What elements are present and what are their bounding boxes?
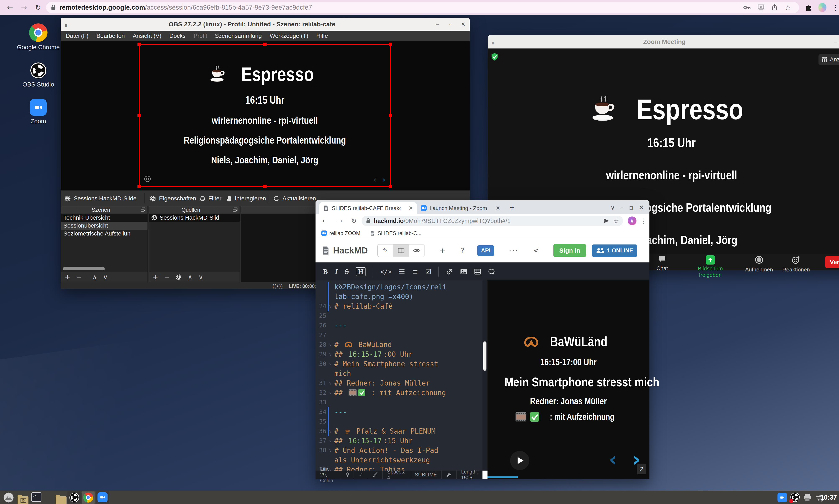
checklist-icon[interactable]: ☑ bbox=[425, 268, 431, 276]
zoom-titlebar[interactable]: ▖ Zoom Meeting – ▫ bbox=[488, 35, 839, 49]
menu-dots-icon[interactable]: ⋮ bbox=[641, 217, 647, 224]
numbered-list-icon[interactable]: ≡ bbox=[412, 268, 418, 276]
tray-printer-icon[interactable] bbox=[803, 493, 812, 502]
online-button[interactable]: 1 ONLINE bbox=[592, 245, 637, 257]
dock-aktualisieren-button[interactable]: Aktualisieren bbox=[273, 191, 316, 206]
tab-zoom-launch[interactable]: Launch Meeting - Zoom ✕ bbox=[417, 202, 504, 214]
tab-hackmd[interactable]: SLIDES relilab-CAFÉ Breakou ✕ bbox=[319, 202, 417, 214]
italic-button[interactable]: I bbox=[335, 268, 338, 276]
slide-prev-icon[interactable]: ‹ bbox=[374, 175, 377, 184]
send-icon[interactable] bbox=[603, 218, 610, 223]
maximize-icon[interactable]: ▫ bbox=[444, 21, 457, 28]
back-icon[interactable]: ← bbox=[6, 3, 14, 12]
tab-close-icon[interactable]: ✕ bbox=[408, 205, 413, 212]
dock-eigenschaften-button[interactable]: Eigenschaften bbox=[149, 191, 196, 206]
play-button[interactable] bbox=[510, 451, 529, 470]
prev-slide-icon[interactable]: ‹ bbox=[609, 448, 617, 471]
editor-scrollbar[interactable] bbox=[482, 281, 487, 471]
desktop-icon-zoom[interactable]: Zoom bbox=[14, 99, 62, 125]
address-bar[interactable]: remotedesktop.google.com/access/session/… bbox=[46, 2, 799, 13]
heading-button[interactable]: H bbox=[356, 267, 365, 276]
scene-item[interactable]: Technik-Übersicht bbox=[61, 214, 148, 222]
remove-source-icon[interactable]: − bbox=[164, 273, 170, 281]
source-gear-icon[interactable] bbox=[175, 274, 182, 280]
bookmark-relilab-zoom[interactable]: relilab ZOOM bbox=[321, 230, 360, 236]
minimize-icon[interactable]: – bbox=[620, 204, 624, 211]
dock-filter-button[interactable]: Filter bbox=[199, 191, 221, 206]
more-options-icon[interactable]: ··· bbox=[509, 246, 518, 255]
taskbar-chrome-icon[interactable] bbox=[83, 492, 93, 503]
bookmark-star-icon[interactable]: ☆ bbox=[613, 217, 619, 224]
new-tab-icon[interactable]: + bbox=[510, 204, 515, 211]
menu-szenensammlung[interactable]: Szenensammlung bbox=[215, 33, 262, 39]
leave-meeting-button[interactable]: Verlas bbox=[825, 256, 839, 268]
edit-mode-button[interactable]: ✎ bbox=[378, 245, 393, 257]
close-icon[interactable]: ✕ bbox=[457, 21, 470, 28]
taskbar-launcher-icon[interactable] bbox=[3, 492, 14, 503]
sign-in-button[interactable]: Sign in bbox=[553, 244, 586, 257]
tab-close-icon[interactable]: ✕ bbox=[496, 205, 500, 212]
detach-panel-icon[interactable] bbox=[233, 207, 238, 213]
clock[interactable]: 10:37 bbox=[820, 494, 837, 501]
password-key-icon[interactable] bbox=[743, 5, 751, 10]
maximize-icon[interactable]: ▫ bbox=[629, 204, 633, 211]
spaces-setting[interactable]: Spaces: 4 bbox=[383, 471, 410, 479]
dock-sessions-button[interactable]: Sessions HackMD-Slide bbox=[65, 191, 136, 206]
dock-interagieren-button[interactable]: Interagieren bbox=[225, 191, 266, 206]
reload-icon[interactable]: ↻ bbox=[349, 217, 358, 225]
new-note-icon[interactable]: + bbox=[439, 246, 446, 255]
share-icon[interactable] bbox=[771, 4, 778, 11]
menu-hilfe[interactable]: Hilfe bbox=[316, 33, 328, 39]
keymap-setting[interactable]: SUBLIME bbox=[410, 471, 442, 479]
scene-up-icon[interactable]: ∧ bbox=[92, 273, 97, 281]
install-icon[interactable] bbox=[757, 4, 765, 11]
check-icon[interactable]: ✓ bbox=[354, 471, 368, 479]
bookmark-slides[interactable]: SLIDES relilab-C... bbox=[370, 230, 422, 236]
slide-next-icon[interactable]: › bbox=[382, 175, 386, 184]
menu-docks[interactable]: Docks bbox=[169, 33, 186, 39]
reactions-button[interactable]: Reaktionen bbox=[773, 255, 819, 273]
comment-icon[interactable] bbox=[488, 269, 495, 275]
view-button[interactable]: Anze bbox=[819, 54, 839, 65]
code-button[interactable]: </> bbox=[380, 268, 392, 275]
tray-obs-icon[interactable] bbox=[790, 492, 800, 503]
minimize-icon[interactable]: – bbox=[829, 39, 839, 45]
menu-bearbeiten[interactable]: Bearbeiten bbox=[97, 33, 125, 39]
add-scene-icon[interactable]: + bbox=[65, 273, 70, 281]
slide-preview-pane[interactable]: BaWüLänd 16:15-17:00 Uhr Mein Smartphone… bbox=[487, 281, 649, 479]
desktop-icon-chrome[interactable]: Google Chrome bbox=[14, 23, 62, 51]
detach-panel-icon[interactable] bbox=[140, 207, 146, 213]
scene-item[interactable]: Soziometrische Aufstellun bbox=[61, 230, 148, 238]
share-icon[interactable]: < bbox=[533, 247, 539, 254]
bold-button[interactable]: B bbox=[323, 268, 328, 276]
scene-selection-rect[interactable]: Espresso 16:15 Uhr wirlernenonline - rpi… bbox=[139, 44, 391, 187]
bookmark-star-icon[interactable]: ☆ bbox=[785, 3, 791, 12]
share-screen-button[interactable]: Bildschirm freigeben bbox=[687, 255, 733, 278]
api-badge[interactable]: API bbox=[477, 245, 494, 256]
scene-item[interactable]: Sessionübersicht bbox=[61, 222, 148, 230]
obs-scene-preview[interactable]: Espresso 16:15 Uhr wirlernenonline - rpi… bbox=[61, 41, 470, 190]
remove-scene-icon[interactable]: − bbox=[76, 273, 82, 281]
image-icon[interactable] bbox=[460, 269, 467, 274]
tray-zoom-icon[interactable] bbox=[777, 493, 787, 502]
pause-icon[interactable] bbox=[144, 176, 151, 182]
menu-werkzeuge[interactable]: Werkzeuge (T) bbox=[270, 33, 308, 39]
link-icon[interactable] bbox=[446, 268, 453, 275]
minimize-icon[interactable]: – bbox=[431, 21, 444, 28]
table-icon[interactable] bbox=[474, 269, 481, 274]
source-item[interactable]: Sessions HackMD-Slid bbox=[149, 214, 240, 222]
brush-icon[interactable] bbox=[373, 472, 378, 478]
help-icon[interactable]: ? bbox=[460, 246, 464, 255]
scenes-scrollbar[interactable] bbox=[63, 267, 105, 270]
close-icon[interactable]: ✕ bbox=[639, 204, 644, 211]
obs-titlebar[interactable]: ▖ OBS 27.2.2 (linux) - Profil: Untitled … bbox=[61, 18, 470, 31]
profile-avatar[interactable] bbox=[818, 3, 826, 12]
source-up-icon[interactable]: ∧ bbox=[188, 273, 192, 281]
taskbar-zoom-icon[interactable] bbox=[98, 492, 107, 502]
strikethrough-button[interactable]: S bbox=[345, 268, 349, 276]
taskbar-files-icon[interactable] bbox=[56, 496, 67, 504]
menu-datei[interactable]: Datei (F) bbox=[66, 33, 88, 39]
forward-icon[interactable]: → bbox=[20, 3, 28, 12]
split-mode-button[interactable] bbox=[393, 245, 409, 257]
desktop-icon-obs[interactable]: OBS Studio bbox=[14, 62, 62, 88]
